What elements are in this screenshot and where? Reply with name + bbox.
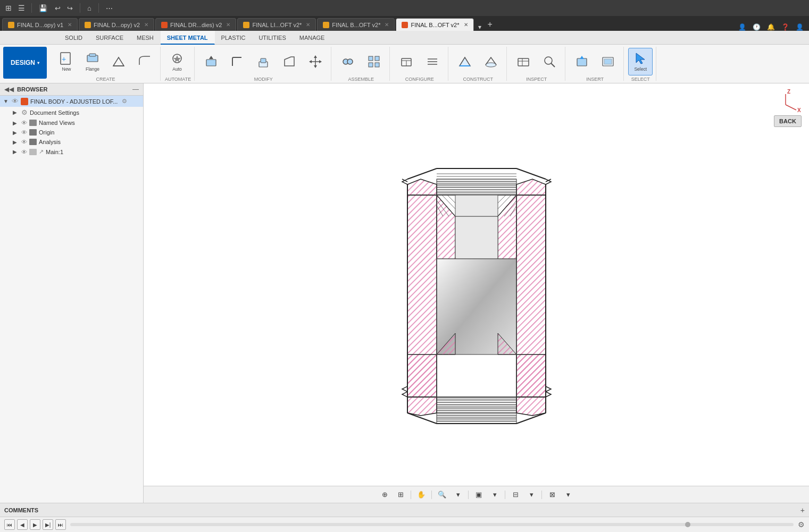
inspect-btn1[interactable]: [511, 48, 536, 75]
browser-item-origin[interactable]: ▶ 👁 Origin: [9, 128, 143, 137]
save-button[interactable]: 💾: [36, 3, 50, 13]
create-new-button[interactable]: + New: [54, 48, 79, 75]
named-views-visibility-icon[interactable]: 👁: [21, 120, 27, 126]
assemble-joint[interactable]: [336, 48, 360, 75]
flange-button[interactable]: Flange: [80, 48, 105, 75]
modify-press-pull[interactable]: [199, 48, 223, 75]
playback-prev-button[interactable]: ◀: [17, 519, 28, 530]
tab-manage[interactable]: MANAGE: [293, 31, 332, 45]
undo-button[interactable]: ↩: [52, 3, 63, 13]
tab-close-5[interactable]: ✕: [385, 22, 389, 28]
configure-tools: [394, 48, 445, 75]
insert-btn2[interactable]: [596, 48, 620, 75]
tab-utilities[interactable]: UTILITIES: [252, 31, 293, 45]
timeline-thumb[interactable]: [685, 522, 690, 527]
tab-close-4[interactable]: ✕: [306, 22, 310, 28]
tab-final-li-loft[interactable]: FINAL LI...OFT v2* ✕: [237, 18, 316, 31]
tab-close-3[interactable]: ✕: [226, 22, 230, 28]
tab-sheet-metal[interactable]: SHEET METAL: [161, 31, 215, 45]
bend-button[interactable]: [132, 48, 157, 75]
tab-final-b-oft5[interactable]: FINAL B...OFT v2* ✕: [317, 18, 395, 31]
analysis-visibility-icon[interactable]: 👁: [21, 139, 27, 145]
browser-item-main1[interactable]: ▶ 👁 ↗ Main:1: [9, 147, 143, 157]
configure-btn2[interactable]: [420, 48, 445, 75]
tab-label-1: FINAL D...opy) v1: [17, 22, 63, 28]
modify-extrude[interactable]: [251, 48, 276, 75]
tab-plastic[interactable]: PLASTIC: [215, 31, 253, 45]
tab-final-d-v1[interactable]: FINAL D...opy) v1 ✕: [2, 18, 78, 31]
browser-collapse-left[interactable]: ◀◀: [4, 86, 14, 93]
grid-dropdown[interactable]: ▾: [524, 489, 538, 501]
construct-btn1[interactable]: [453, 48, 477, 75]
fillet-icon: [230, 54, 245, 69]
tab-final-d-v2[interactable]: FINAL D...opy) v2 ✕: [79, 18, 154, 31]
zoom-button[interactable]: 🔍: [435, 489, 449, 501]
design-button[interactable]: DESIGN ▾: [3, 47, 47, 79]
playback-end-button[interactable]: ⏭: [55, 519, 66, 530]
redo-button[interactable]: ↪: [64, 3, 76, 13]
root-settings-icon[interactable]: ⚙: [122, 98, 127, 105]
menu-icon[interactable]: ☰: [16, 4, 27, 12]
tab-add-button[interactable]: +: [485, 18, 496, 31]
tab-mesh[interactable]: MESH: [130, 31, 161, 45]
view-cube[interactable]: Z X BACK: [774, 89, 802, 127]
automate-tools: Auto: [165, 48, 191, 75]
pan-button[interactable]: ✋: [414, 489, 428, 501]
display-mode-button[interactable]: ▣: [472, 489, 486, 501]
help-icon[interactable]: ❓: [778, 23, 793, 31]
tab-surface[interactable]: SURFACE: [89, 31, 130, 45]
grid-icon[interactable]: ⊞: [3, 4, 14, 12]
origin-visibility-icon[interactable]: 👁: [21, 129, 27, 136]
overflow-button[interactable]: ⋯: [103, 3, 115, 13]
browser-item-doc-settings[interactable]: ▶ ⚙ Document Settings: [9, 107, 143, 118]
insert-btn1[interactable]: [570, 48, 594, 75]
view-dropdown[interactable]: ▾: [561, 489, 575, 501]
tab-final-b-oft6[interactable]: FINAL B...OFT v2* ✕: [396, 18, 473, 31]
main1-visibility-icon[interactable]: 👁: [21, 149, 27, 155]
browser-item-analysis[interactable]: ▶ 👁 Analysis: [9, 137, 143, 147]
settings-button[interactable]: ⚙: [798, 520, 805, 529]
view-button[interactable]: ⊠: [545, 489, 559, 501]
account-icon[interactable]: 👤: [793, 23, 807, 31]
tab-final-dr-dies[interactable]: FINAL DR...dies) v2 ✕: [155, 18, 236, 31]
select-button[interactable]: Select: [628, 48, 653, 75]
display-mode-dropdown[interactable]: ▾: [488, 489, 502, 501]
modify-move[interactable]: [303, 48, 328, 75]
modify-fillet[interactable]: [225, 48, 249, 75]
tab-close-6[interactable]: ✕: [464, 22, 468, 28]
separator2: [80, 3, 80, 13]
root-visibility-icon[interactable]: 👁: [12, 97, 19, 105]
zoom-dropdown[interactable]: ▾: [451, 489, 465, 501]
tab-close-1[interactable]: ✕: [68, 22, 72, 28]
browser-close-icon[interactable]: —: [132, 86, 139, 93]
grid-button[interactable]: ⊟: [508, 489, 522, 501]
modify-chamfer[interactable]: [277, 48, 302, 75]
bell-icon[interactable]: 🔔: [764, 23, 778, 31]
comments-add-button[interactable]: +: [800, 506, 805, 514]
orbit-button[interactable]: ⊕: [378, 489, 391, 501]
pan-pan-button[interactable]: ⊞: [394, 489, 407, 501]
playback-bar: ⏮ ◀ ▶ ▶| ⏭ ⚙: [0, 517, 809, 532]
browser-root-item[interactable]: ▼ 👁 FINAL BODY - ADJUSTED LOF... ⚙: [0, 96, 143, 107]
configure-btn1[interactable]: [394, 48, 419, 75]
playback-next-button[interactable]: ▶|: [43, 519, 53, 530]
automate-button[interactable]: Auto: [165, 48, 189, 75]
playback-start-button[interactable]: ⏮: [4, 519, 15, 530]
user-icon[interactable]: 👤: [735, 23, 749, 31]
timeline-track[interactable]: [70, 523, 794, 526]
clock-icon[interactable]: 🕐: [749, 23, 764, 31]
svg-rect-33: [518, 58, 529, 66]
create-group-label: CREATE: [54, 77, 157, 82]
tab-overflow-button[interactable]: ▾: [475, 23, 485, 31]
tab-close-2[interactable]: ✕: [144, 22, 148, 28]
playback-play-button[interactable]: ▶: [30, 519, 40, 530]
tab-solid[interactable]: SOLID: [59, 31, 89, 45]
home-button[interactable]: ⌂: [85, 3, 94, 13]
construct-btn2[interactable]: [479, 48, 503, 75]
viewport[interactable]: Z X BACK: [144, 83, 809, 503]
modify-group: MODIFY: [196, 47, 331, 81]
browser-item-named-views[interactable]: ▶ 👁 Named Views: [9, 118, 143, 128]
unfold-button[interactable]: [106, 48, 131, 75]
assemble-grid[interactable]: [362, 48, 386, 75]
inspect-btn2[interactable]: [537, 48, 562, 75]
